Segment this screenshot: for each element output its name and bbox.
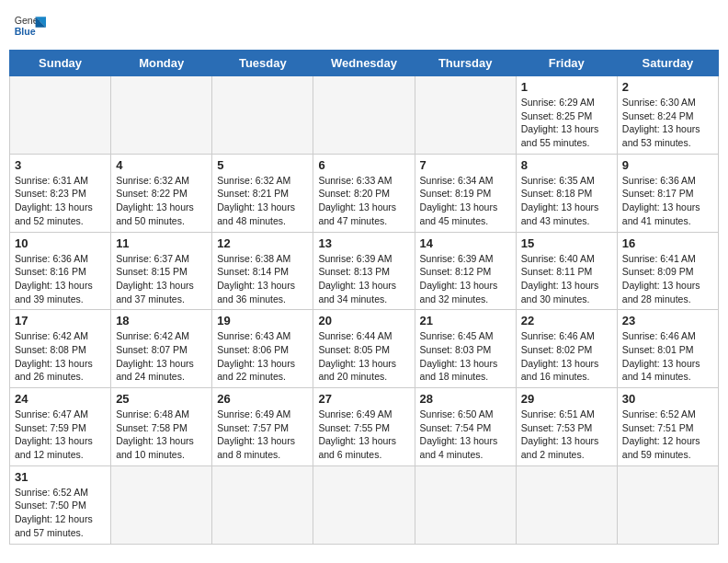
calendar-day-cell: 16Sunrise: 6:41 AM Sunset: 8:09 PM Dayli… — [617, 232, 718, 310]
calendar-day-cell: 15Sunrise: 6:40 AM Sunset: 8:11 PM Dayli… — [516, 232, 617, 310]
day-info: Sunrise: 6:41 AM Sunset: 8:09 PM Dayligh… — [622, 252, 713, 306]
day-number: 23 — [622, 314, 713, 327]
day-info: Sunrise: 6:52 AM Sunset: 7:50 PM Dayligh… — [15, 486, 106, 540]
day-number: 24 — [15, 392, 106, 406]
calendar-day-cell: 5Sunrise: 6:32 AM Sunset: 8:21 PM Daylig… — [212, 154, 313, 232]
calendar-day-cell: 2Sunrise: 6:30 AM Sunset: 8:24 PM Daylig… — [617, 76, 718, 155]
calendar-day-cell: 8Sunrise: 6:35 AM Sunset: 8:18 PM Daylig… — [516, 154, 617, 232]
calendar-day-cell: 9Sunrise: 6:36 AM Sunset: 8:17 PM Daylig… — [617, 154, 718, 232]
day-info: Sunrise: 6:50 AM Sunset: 7:54 PM Dayligh… — [420, 408, 511, 462]
weekday-header-wednesday: Wednesday — [313, 51, 415, 76]
calendar-day-cell: 28Sunrise: 6:50 AM Sunset: 7:54 PM Dayli… — [415, 388, 516, 466]
day-info: Sunrise: 6:39 AM Sunset: 8:12 PM Dayligh… — [420, 252, 511, 306]
calendar-day-cell: 20Sunrise: 6:44 AM Sunset: 8:05 PM Dayli… — [313, 310, 415, 388]
day-number: 3 — [15, 158, 106, 172]
calendar-week-row: 24Sunrise: 6:47 AM Sunset: 7:59 PM Dayli… — [10, 388, 719, 466]
day-number: 9 — [622, 158, 713, 172]
day-number: 2 — [622, 80, 713, 94]
calendar-week-row: 3Sunrise: 6:31 AM Sunset: 8:23 PM Daylig… — [10, 154, 719, 232]
day-number: 19 — [217, 314, 308, 327]
calendar-day-cell: 7Sunrise: 6:34 AM Sunset: 8:19 PM Daylig… — [415, 154, 516, 232]
calendar-day-cell — [415, 465, 516, 544]
calendar-day-cell: 1Sunrise: 6:29 AM Sunset: 8:25 PM Daylig… — [516, 76, 617, 155]
day-number: 30 — [622, 392, 713, 406]
calendar-day-cell: 25Sunrise: 6:48 AM Sunset: 7:58 PM Dayli… — [111, 388, 212, 466]
day-number: 20 — [318, 314, 409, 327]
day-info: Sunrise: 6:32 AM Sunset: 8:21 PM Dayligh… — [217, 174, 308, 228]
day-number: 10 — [15, 236, 106, 250]
day-info: Sunrise: 6:47 AM Sunset: 7:59 PM Dayligh… — [15, 408, 106, 462]
day-number: 29 — [521, 392, 612, 406]
calendar-day-cell: 22Sunrise: 6:46 AM Sunset: 8:02 PM Dayli… — [516, 310, 617, 388]
calendar-day-cell — [313, 76, 415, 155]
calendar-day-cell — [212, 465, 313, 544]
calendar-day-cell: 13Sunrise: 6:39 AM Sunset: 8:13 PM Dayli… — [313, 232, 415, 310]
calendar-week-row: 17Sunrise: 6:42 AM Sunset: 8:08 PM Dayli… — [10, 310, 719, 388]
day-info: Sunrise: 6:49 AM Sunset: 7:57 PM Dayligh… — [217, 408, 308, 462]
day-number: 27 — [318, 392, 409, 406]
day-number: 31 — [15, 470, 106, 484]
day-number: 15 — [521, 236, 612, 250]
calendar-day-cell: 3Sunrise: 6:31 AM Sunset: 8:23 PM Daylig… — [10, 154, 111, 232]
generalblue-logo-icon: General Blue — [13, 9, 46, 42]
calendar-day-cell: 30Sunrise: 6:52 AM Sunset: 7:51 PM Dayli… — [617, 388, 718, 466]
day-info: Sunrise: 6:31 AM Sunset: 8:23 PM Dayligh… — [15, 174, 106, 228]
day-info: Sunrise: 6:35 AM Sunset: 8:18 PM Dayligh… — [521, 174, 612, 228]
day-number: 1 — [521, 80, 612, 94]
day-info: Sunrise: 6:49 AM Sunset: 7:55 PM Dayligh… — [318, 408, 409, 462]
weekday-header-monday: Monday — [111, 51, 212, 76]
day-info: Sunrise: 6:44 AM Sunset: 8:05 PM Dayligh… — [318, 329, 409, 384]
weekday-header-friday: Friday — [516, 51, 617, 76]
calendar-day-cell: 11Sunrise: 6:37 AM Sunset: 8:15 PM Dayli… — [111, 232, 212, 310]
day-number: 13 — [318, 236, 409, 250]
day-number: 4 — [116, 158, 207, 172]
day-info: Sunrise: 6:51 AM Sunset: 7:53 PM Dayligh… — [521, 408, 612, 462]
day-info: Sunrise: 6:36 AM Sunset: 8:17 PM Dayligh… — [622, 174, 713, 228]
day-info: Sunrise: 6:48 AM Sunset: 7:58 PM Dayligh… — [116, 408, 207, 462]
day-info: Sunrise: 6:46 AM Sunset: 8:01 PM Dayligh… — [622, 329, 713, 384]
day-info: Sunrise: 6:39 AM Sunset: 8:13 PM Dayligh… — [318, 252, 409, 306]
day-number: 26 — [217, 392, 308, 406]
day-number: 18 — [116, 314, 207, 327]
day-number: 5 — [217, 158, 308, 172]
day-number: 16 — [622, 236, 713, 250]
day-info: Sunrise: 6:37 AM Sunset: 8:15 PM Dayligh… — [116, 252, 207, 306]
day-info: Sunrise: 6:32 AM Sunset: 8:22 PM Dayligh… — [116, 174, 207, 228]
calendar-week-row: 10Sunrise: 6:36 AM Sunset: 8:16 PM Dayli… — [10, 232, 719, 310]
calendar-day-cell: 31Sunrise: 6:52 AM Sunset: 7:50 PM Dayli… — [10, 465, 111, 544]
calendar-day-cell — [111, 76, 212, 155]
calendar-week-row: 31Sunrise: 6:52 AM Sunset: 7:50 PM Dayli… — [10, 465, 719, 544]
weekday-header-thursday: Thursday — [415, 51, 516, 76]
svg-text:Blue: Blue — [15, 26, 36, 37]
calendar-day-cell: 23Sunrise: 6:46 AM Sunset: 8:01 PM Dayli… — [617, 310, 718, 388]
calendar-day-cell: 19Sunrise: 6:43 AM Sunset: 8:06 PM Dayli… — [212, 310, 313, 388]
day-info: Sunrise: 6:34 AM Sunset: 8:19 PM Dayligh… — [420, 174, 511, 228]
calendar-day-cell: 27Sunrise: 6:49 AM Sunset: 7:55 PM Dayli… — [313, 388, 415, 466]
day-info: Sunrise: 6:52 AM Sunset: 7:51 PM Dayligh… — [622, 408, 713, 462]
calendar-day-cell: 18Sunrise: 6:42 AM Sunset: 8:07 PM Dayli… — [111, 310, 212, 388]
calendar-week-row: 1Sunrise: 6:29 AM Sunset: 8:25 PM Daylig… — [10, 76, 719, 155]
calendar-day-cell — [415, 76, 516, 155]
day-info: Sunrise: 6:36 AM Sunset: 8:16 PM Dayligh… — [15, 252, 106, 306]
weekday-header-sunday: Sunday — [10, 51, 111, 76]
calendar-day-cell: 29Sunrise: 6:51 AM Sunset: 7:53 PM Dayli… — [516, 388, 617, 466]
day-number: 8 — [521, 158, 612, 172]
day-info: Sunrise: 6:38 AM Sunset: 8:14 PM Dayligh… — [217, 252, 308, 306]
day-info: Sunrise: 6:30 AM Sunset: 8:24 PM Dayligh… — [622, 96, 713, 150]
day-number: 22 — [521, 314, 612, 327]
day-info: Sunrise: 6:43 AM Sunset: 8:06 PM Dayligh… — [217, 329, 308, 384]
logo: General Blue — [13, 9, 46, 42]
day-info: Sunrise: 6:46 AM Sunset: 8:02 PM Dayligh… — [521, 329, 612, 384]
calendar-day-cell — [212, 76, 313, 155]
day-number: 11 — [116, 236, 207, 250]
calendar-day-cell: 10Sunrise: 6:36 AM Sunset: 8:16 PM Dayli… — [10, 232, 111, 310]
weekday-header-saturday: Saturday — [617, 51, 718, 76]
calendar-day-cell — [111, 465, 212, 544]
day-number: 14 — [420, 236, 511, 250]
day-info: Sunrise: 6:42 AM Sunset: 8:07 PM Dayligh… — [116, 329, 207, 384]
calendar-day-cell: 17Sunrise: 6:42 AM Sunset: 8:08 PM Dayli… — [10, 310, 111, 388]
day-number: 28 — [420, 392, 511, 406]
calendar-day-cell: 12Sunrise: 6:38 AM Sunset: 8:14 PM Dayli… — [212, 232, 313, 310]
day-number: 21 — [420, 314, 511, 327]
day-info: Sunrise: 6:29 AM Sunset: 8:25 PM Dayligh… — [521, 96, 612, 150]
